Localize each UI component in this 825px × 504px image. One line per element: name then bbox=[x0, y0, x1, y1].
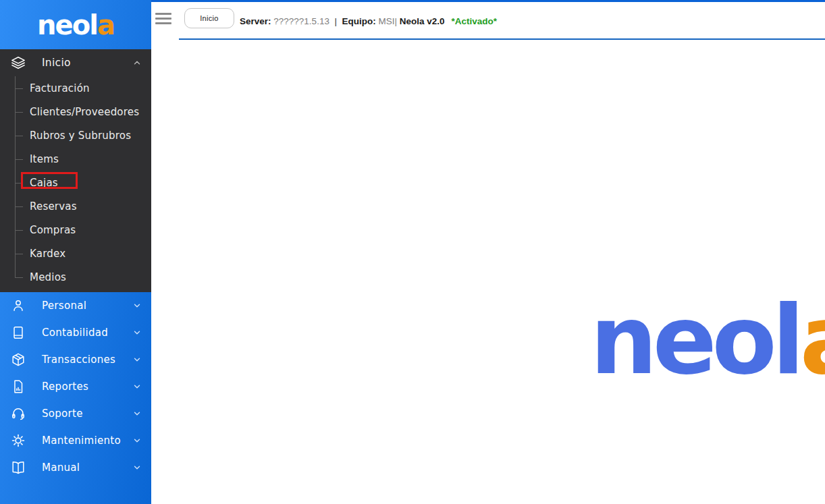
brand-logo-main: neol bbox=[37, 9, 97, 40]
chevron-up-icon bbox=[132, 58, 142, 67]
person-icon bbox=[11, 298, 26, 313]
sidebar-item-personal[interactable]: Personal bbox=[0, 292, 151, 319]
chevron-down-icon bbox=[132, 355, 142, 364]
headset-icon bbox=[11, 406, 26, 421]
layers-icon bbox=[11, 55, 26, 70]
sidebar-item-label: Manual bbox=[42, 461, 132, 474]
server-value: ??????1.5.13 bbox=[273, 16, 329, 26]
chevron-down-icon bbox=[132, 463, 142, 472]
sidebar-item-label: Facturación bbox=[30, 82, 90, 94]
package-icon bbox=[11, 352, 26, 367]
sidebar-item-label: Contabilidad bbox=[42, 327, 132, 339]
tab-label: Inicio bbox=[200, 14, 218, 22]
sidebar-item-label: Cajas bbox=[30, 177, 58, 189]
equipo-label: Equipo: bbox=[342, 16, 375, 26]
sidebar-item-facturacion[interactable]: Facturación bbox=[0, 76, 151, 100]
watermark-logo: neola bbox=[590, 293, 825, 388]
server-info: Server: ??????1.5.13 | Equipo: MSI| Neol… bbox=[240, 2, 497, 40]
brand-logo: neola bbox=[37, 11, 114, 38]
chevron-down-icon bbox=[132, 436, 142, 445]
report-chart-icon bbox=[11, 379, 26, 394]
chevron-down-icon bbox=[132, 328, 142, 337]
sidebar-item-kardex[interactable]: Kardex bbox=[0, 242, 151, 265]
sidebar-item-label: Medios bbox=[30, 271, 66, 283]
sidebar-item-rubros-subrubros[interactable]: Rubros y Subrubros bbox=[0, 123, 151, 147]
sidebar-item-label: Rubros y Subrubros bbox=[30, 130, 131, 142]
server-label: Server: bbox=[240, 16, 271, 26]
sidebar-item-items[interactable]: Items bbox=[0, 147, 151, 171]
sidebar-item-cajas[interactable]: Cajas bbox=[0, 171, 151, 194]
book-icon bbox=[11, 325, 26, 340]
hamburger-menu-icon[interactable] bbox=[155, 13, 171, 25]
sidebar-item-label: Reservas bbox=[30, 200, 77, 213]
version-label: Neola v2.0 bbox=[400, 16, 445, 26]
chevron-down-icon bbox=[132, 409, 142, 418]
gear-icon bbox=[11, 433, 26, 448]
sidebar-item-label: Reportes bbox=[42, 381, 132, 393]
sidebar: neola Inicio Facturación Cliente bbox=[0, 0, 151, 504]
sidebar-item-soporte[interactable]: Soporte bbox=[0, 400, 151, 427]
main-content: Inicio Server: ??????1.5.13 | Equipo: MS… bbox=[151, 0, 825, 504]
separator: | bbox=[329, 16, 342, 26]
topbar: Inicio Server: ??????1.5.13 | Equipo: MS… bbox=[151, 2, 825, 40]
sidebar-item-label: Personal bbox=[42, 300, 132, 312]
watermark-logo-main: neol bbox=[590, 285, 800, 395]
sidebar-item-label: Mantenimiento bbox=[42, 435, 132, 447]
sidebar-item-label: Inicio bbox=[42, 57, 132, 69]
sidebar-item-label: Soporte bbox=[42, 408, 132, 420]
inicio-submenu: Facturación Clientes/Proveedores Rubros … bbox=[0, 76, 151, 292]
chevron-down-icon bbox=[132, 301, 142, 310]
sidebar-item-transacciones[interactable]: Transacciones bbox=[0, 346, 151, 373]
sidebar-item-manual[interactable]: Manual bbox=[0, 454, 151, 481]
sidebar-item-contabilidad[interactable]: Contabilidad bbox=[0, 319, 151, 346]
equipo-value: MSI| bbox=[378, 16, 397, 26]
chevron-down-icon bbox=[132, 382, 142, 391]
sidebar-item-label: Clientes/Proveedores bbox=[30, 106, 139, 118]
sidebar-item-compras[interactable]: Compras bbox=[0, 218, 151, 242]
sidebar-inicio-group: Inicio Facturación Clientes/Proveedores … bbox=[0, 49, 151, 292]
sidebar-item-label: Compras bbox=[30, 224, 76, 236]
sidebar-logo: neola bbox=[0, 0, 151, 49]
open-book-icon bbox=[11, 460, 26, 475]
sidebar-item-label: Kardex bbox=[30, 248, 65, 260]
sidebar-item-label: Items bbox=[30, 153, 59, 165]
watermark-logo-accent: a bbox=[800, 285, 825, 395]
sidebar-item-medios[interactable]: Medios bbox=[0, 265, 151, 289]
sidebar-item-reportes[interactable]: Reportes bbox=[0, 373, 151, 400]
tab-underline bbox=[179, 38, 825, 40]
sidebar-item-reservas[interactable]: Reservas bbox=[0, 194, 151, 218]
brand-logo-accent: a bbox=[97, 9, 114, 40]
status-badge: *Activado* bbox=[452, 16, 498, 26]
sidebar-item-mantenimiento[interactable]: Mantenimiento bbox=[0, 427, 151, 454]
sidebar-item-inicio[interactable]: Inicio bbox=[0, 49, 151, 76]
tab-inicio[interactable]: Inicio bbox=[184, 8, 234, 28]
sidebar-item-clientes-proveedores[interactable]: Clientes/Proveedores bbox=[0, 100, 151, 123]
sidebar-item-label: Transacciones bbox=[42, 354, 132, 366]
